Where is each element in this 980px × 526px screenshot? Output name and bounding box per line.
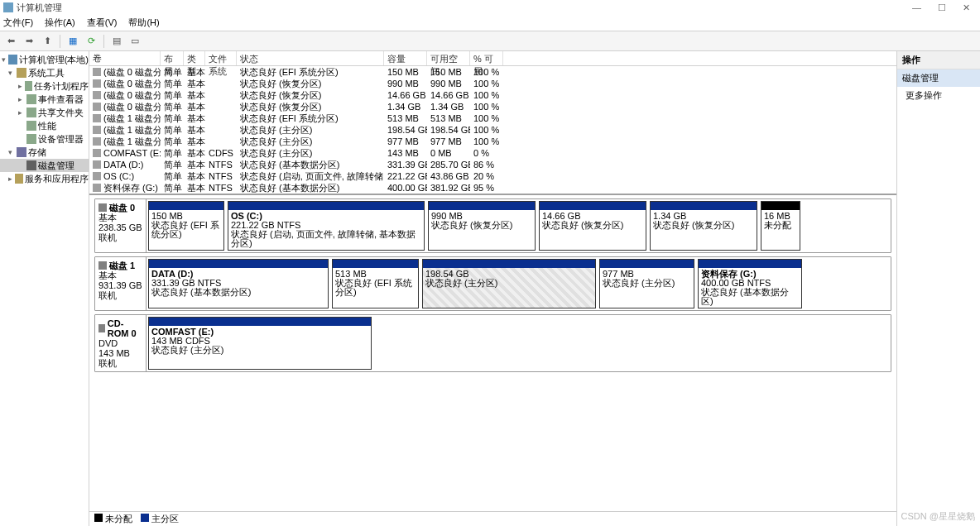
volume-icon [93, 91, 101, 99]
menu-action[interactable]: 操作(A) [45, 17, 75, 29]
disk-row: 磁盘 0基本238.35 GB联机150 MB状态良好 (EFI 系统分区)OS… [94, 198, 891, 253]
volume-row[interactable]: (磁盘 1 磁盘分区 6)简单基本状态良好 (主分区)977 MB977 MB1… [89, 136, 896, 147]
disk-label[interactable]: 磁盘 1基本931.39 GB联机 [95, 257, 147, 310]
actions-more[interactable]: 更多操作 [897, 87, 980, 104]
tree-node[interactable]: ▾存储 [0, 146, 89, 159]
volume-percent: 100 % [470, 66, 503, 78]
partition[interactable]: 513 MB状态良好 (EFI 系统分区) [332, 259, 419, 308]
volume-row[interactable]: 资料保存 (G:)简单基本NTFS状态良好 (基本数据分区)400.00 GB3… [89, 182, 896, 194]
volume-row[interactable]: (磁盘 0 磁盘分区 5)简单基本状态良好 (恢复分区)14.66 GB14.6… [89, 89, 896, 101]
volume-free: 285.70 GB [427, 159, 470, 170]
tree-node[interactable]: ▸服务和应用程序 [0, 172, 89, 185]
volume-fs: CDFS [205, 147, 237, 159]
volume-percent: 100 % [470, 101, 503, 112]
volume-row[interactable]: OS (C:)简单基本NTFS状态良好 (启动, 页面文件, 故障转储, 基本数… [89, 170, 896, 182]
tree-label: 性能 [38, 120, 56, 132]
col-status[interactable]: 状态 [237, 51, 384, 65]
volume-layout: 简单 [161, 66, 184, 78]
partition[interactable]: DATA (D:)331.39 GB NTFS状态良好 (基本数据分区) [148, 259, 329, 308]
chevron-icon: ▾ [8, 148, 17, 156]
col-free[interactable]: 可用空间 [427, 51, 470, 65]
tree-node[interactable]: ▾系统工具 [0, 66, 89, 79]
tree-node[interactable]: 磁盘管理 [0, 159, 89, 172]
volume-fs: NTFS [205, 159, 237, 170]
content-pane: 卷 布局 类型 文件系统 状态 容量 可用空间 % 可用 (磁盘 0 磁盘分区 … [89, 51, 897, 526]
col-filesystem[interactable]: 文件系统 [205, 51, 237, 65]
volume-layout: 简单 [161, 124, 184, 136]
volume-status: 状态良好 (主分区) [237, 124, 384, 136]
col-layout[interactable]: 布局 [161, 51, 184, 65]
partition[interactable]: 990 MB状态良好 (恢复分区) [428, 201, 536, 251]
partition[interactable]: OS (C:)221.22 GB NTFS状态良好 (启动, 页面文件, 故障转… [228, 201, 425, 251]
volume-capacity: 143 MB [384, 147, 427, 159]
volume-type: 基本 [184, 89, 205, 101]
tree-node[interactable]: ▾计算机管理(本地) [0, 53, 89, 66]
forward-button[interactable]: ➡ [22, 34, 36, 49]
close-button[interactable]: ✕ [963, 2, 970, 13]
col-type[interactable]: 类型 [184, 51, 205, 65]
disk-row: 磁盘 1基本931.39 GB联机DATA (D:)331.39 GB NTFS… [94, 256, 891, 311]
disk-label[interactable]: 磁盘 0基本238.35 GB联机 [95, 199, 147, 252]
maximize-button[interactable]: ☐ [938, 2, 946, 13]
chevron-icon: ▸ [18, 95, 26, 103]
col-percent[interactable]: % 可用 [470, 51, 503, 65]
col-capacity[interactable]: 容量 [384, 51, 427, 65]
partition[interactable]: 16 MB未分配 [761, 201, 800, 251]
volume-row[interactable]: (磁盘 0 磁盘分区 4)简单基本状态良好 (恢复分区)990 MB990 MB… [89, 78, 896, 89]
help-button[interactable]: ▭ [127, 34, 142, 49]
tree-node[interactable]: ▸共享文件夹 [0, 106, 89, 119]
partition[interactable]: 14.66 GB状态良好 (恢复分区) [539, 201, 646, 251]
menu-view[interactable]: 查看(V) [87, 17, 118, 29]
tree-node[interactable]: 设备管理器 [0, 132, 89, 146]
partition[interactable]: COMFAST (E:)143 MB CDFS状态良好 (主分区) [148, 317, 372, 370]
tree-icon [26, 94, 36, 104]
partition[interactable]: 977 MB状态良好 (主分区) [599, 259, 694, 308]
volume-capacity: 513 MB [384, 112, 427, 124]
disk-size: 238.35 GB [98, 222, 142, 232]
volume-free: 150 MB [427, 66, 470, 78]
disk-label[interactable]: CD-ROM 0DVD143 MB联机 [95, 315, 147, 371]
volume-row[interactable]: (磁盘 1 磁盘分区 5)简单基本状态良好 (主分区)198.54 GB198.… [89, 124, 896, 136]
tree-node[interactable]: 性能 [0, 119, 89, 132]
list-view-button[interactable]: ▤ [109, 34, 124, 49]
partition-color-bar [699, 260, 801, 268]
volume-row[interactable]: DATA (D:)简单基本NTFS状态良好 (基本数据分区)331.39 GB2… [89, 159, 896, 170]
menu-help[interactable]: 帮助(H) [128, 17, 159, 29]
legend-unallocated-label: 未分配 [105, 514, 132, 524]
partition[interactable]: 1.34 GB状态良好 (恢复分区) [650, 201, 757, 251]
back-button[interactable]: ⬅ [3, 34, 18, 49]
legend-unallocated-swatch [94, 514, 103, 522]
volume-row[interactable]: COMFAST (E:)简单基本CDFS状态良好 (主分区)143 MB0 MB… [89, 147, 896, 159]
volume-free: 381.92 GB [427, 182, 470, 194]
volume-type: 基本 [184, 124, 205, 136]
minimize-button[interactable]: — [912, 2, 921, 13]
volume-layout: 简单 [161, 112, 184, 124]
volume-type: 基本 [184, 112, 205, 124]
partition[interactable]: 198.54 GB状态良好 (主分区) [422, 259, 596, 308]
disk-type: 基本 [98, 213, 142, 222]
tree-label: 服务和应用程序 [25, 173, 89, 185]
volume-percent: 86 % [470, 159, 503, 170]
disk-partitions: COMFAST (E:)143 MB CDFS状态良好 (主分区) [147, 315, 891, 371]
refresh-button[interactable]: ⟳ [84, 34, 98, 49]
window-controls: — ☐ ✕ [912, 2, 980, 13]
tree-label: 设备管理器 [38, 133, 84, 146]
col-volume[interactable]: 卷 [89, 51, 161, 65]
partition[interactable]: 资料保存 (G:)400.00 GB NTFS状态良好 (基本数据分区) [698, 259, 802, 308]
volume-free: 1.34 GB [427, 101, 470, 112]
volume-row[interactable]: (磁盘 0 磁盘分区 6)简单基本状态良好 (恢复分区)1.34 GB1.34 … [89, 101, 896, 112]
volume-fs: NTFS [205, 170, 237, 182]
partition[interactable]: 150 MB状态良好 (EFI 系统分区) [148, 201, 224, 251]
volume-percent: 100 % [470, 78, 503, 89]
tree-node[interactable]: ▸事件查看器 [0, 93, 89, 106]
up-button[interactable]: ⬆ [40, 34, 55, 49]
disk-state: 联机 [98, 232, 142, 242]
volume-type: 基本 [184, 159, 205, 170]
partition-status: 状态良好 (恢复分区) [653, 221, 754, 230]
properties-button[interactable]: ▦ [65, 34, 80, 49]
tree-icon [17, 147, 26, 157]
partition-color-bar [540, 202, 646, 210]
menu-file[interactable]: 文件(F) [3, 17, 33, 29]
volume-row[interactable]: (磁盘 1 磁盘分区 4)简单基本状态良好 (EFI 系统分区)513 MB51… [89, 112, 896, 124]
tree-node[interactable]: ▸任务计划程序 [0, 79, 89, 93]
